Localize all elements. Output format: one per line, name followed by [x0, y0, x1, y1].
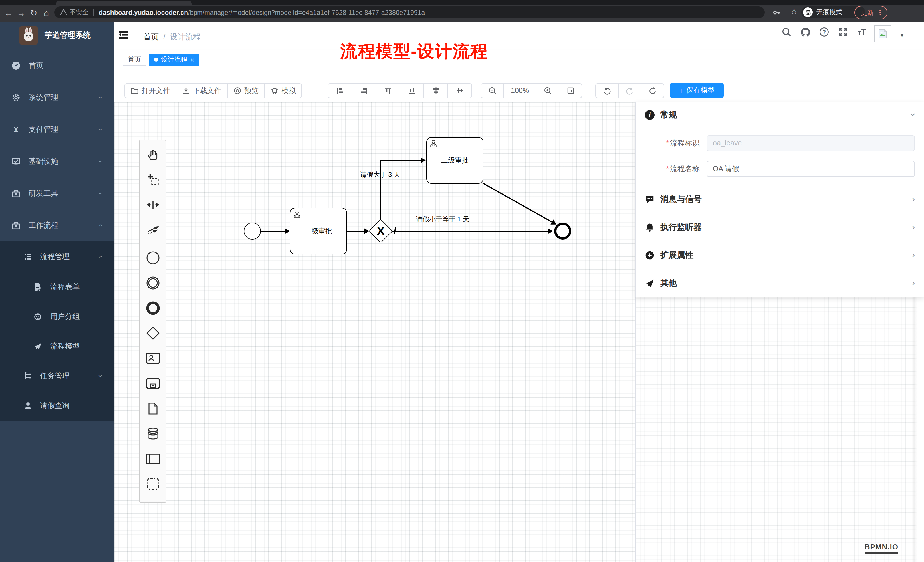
tag-design-active[interactable]: 设计流程 × — [149, 54, 200, 66]
search-icon[interactable] — [780, 27, 793, 39]
user-task-level1[interactable]: 一级审批 — [290, 208, 347, 255]
zoom-in-button[interactable] — [537, 84, 559, 97]
lasso-tool[interactable] — [140, 167, 165, 192]
create-end-event[interactable] — [140, 295, 165, 321]
user-task-level2[interactable]: 二级审批 — [426, 137, 483, 184]
create-group[interactable] — [140, 471, 165, 496]
sidebar-item-leave-query[interactable]: 请假查询 — [0, 391, 114, 421]
back-icon[interactable]: ← — [2, 4, 15, 22]
section-execution-listener[interactable]: 执行监听器 › — [636, 213, 924, 241]
save-model-button[interactable]: + 保存模型 — [670, 83, 724, 98]
restart-button[interactable] — [642, 84, 664, 97]
redo-button[interactable] — [619, 84, 642, 97]
hand-tool[interactable] — [140, 142, 165, 167]
align-bottom-icon[interactable] — [400, 84, 424, 97]
tags-view-bar — [114, 50, 924, 70]
create-subprocess[interactable] — [140, 371, 165, 396]
bookmark-star-icon[interactable]: ☆ — [790, 7, 798, 16]
process-name-input[interactable] — [706, 161, 915, 177]
flow-gateway-to-task2[interactable] — [380, 160, 421, 161]
properties-panel: i 常规 › *流程标识 *流程名称 消息与信号 › 执行监听器 — [635, 102, 924, 297]
preview-button[interactable]: 预览 — [228, 84, 265, 97]
update-label[interactable]: 更新 — [861, 8, 874, 17]
active-dot-icon — [154, 58, 158, 61]
chrome-update-button[interactable]: 更新 — [854, 6, 888, 19]
breadcrumb-home[interactable]: 首页 — [143, 33, 159, 41]
chevron-down-icon[interactable]: › — [908, 113, 919, 116]
address-bar[interactable]: 不安全 dashboard.yudao.iocoder.cn/bpm/manag… — [54, 6, 765, 18]
avatar[interactable] — [874, 25, 891, 42]
file-button-group: 打开文件 下载文件 预览 模拟 — [124, 83, 302, 98]
align-button-group — [328, 83, 472, 98]
flow-task1-to-gateway[interactable] — [347, 231, 364, 231]
zoom-fit-button[interactable] — [559, 84, 582, 97]
align-left-icon[interactable] — [328, 84, 352, 97]
sidebar-item-process-mgmt[interactable]: 流程管理 › — [0, 241, 114, 272]
kebab-menu-icon[interactable] — [880, 9, 881, 16]
open-file-button[interactable]: 打开文件 — [125, 84, 176, 97]
sidebar-item-process-form[interactable]: 流程表单 — [0, 272, 114, 302]
general-form: *流程标识 *流程名称 — [636, 128, 924, 186]
global-connect-tool[interactable] — [140, 217, 165, 243]
section-other[interactable]: 其他 › — [636, 269, 924, 297]
undo-button[interactable] — [596, 84, 619, 97]
forward-icon[interactable]: → — [15, 4, 27, 22]
flow-gateway-up-segment[interactable] — [380, 161, 381, 223]
folder-icon — [131, 87, 139, 95]
align-right-icon[interactable] — [352, 84, 376, 97]
redo-icon — [626, 87, 634, 95]
create-data-store[interactable] — [140, 421, 165, 446]
caret-down-icon[interactable]: ▾ — [901, 32, 903, 38]
chevron-down-icon: › — [98, 96, 103, 99]
download-file-button[interactable]: 下载文件 — [176, 84, 228, 97]
flow-gateway-to-end[interactable] — [389, 231, 548, 231]
sidebar-fold-icon[interactable] — [118, 30, 128, 40]
create-data-object[interactable] — [140, 396, 165, 421]
flow-start-to-task1[interactable] — [261, 231, 285, 231]
create-gateway[interactable] — [140, 321, 165, 346]
create-start-event[interactable] — [140, 245, 165, 270]
sidebar-item-workflow[interactable]: 工作流程 › — [0, 210, 114, 241]
simulate-button[interactable]: 模拟 — [265, 84, 302, 97]
sidebar-item-system[interactable]: 系统管理 › — [0, 82, 114, 114]
start-event[interactable] — [244, 223, 261, 240]
app-root: ← → ↻ ⌂ 不安全 dashboard.yudao.iocoder.cn/b… — [0, 0, 924, 562]
section-general[interactable]: i 常规 › — [636, 102, 924, 128]
process-key-input[interactable] — [706, 135, 915, 151]
sidebar-item-user-group[interactable]: 用户分组 — [0, 302, 114, 331]
fullscreen-icon[interactable] — [837, 27, 849, 39]
flow-label-le1[interactable]: 请假小于等于 1 天 — [416, 215, 470, 224]
user-icon — [429, 139, 438, 148]
reload-icon[interactable]: ↻ — [27, 4, 40, 22]
browser-tab[interactable] — [56, 1, 192, 4]
align-center-v-icon[interactable] — [448, 84, 471, 97]
create-participant[interactable] — [140, 446, 165, 471]
close-icon[interactable]: × — [190, 56, 194, 63]
font-size-icon[interactable]: TT — [855, 27, 868, 39]
required-asterisk: * — [666, 164, 669, 173]
svg-text:?: ? — [822, 29, 826, 35]
sidebar-item-devtools[interactable]: 研发工具 › — [0, 177, 114, 210]
sidebar-item-home[interactable]: 首页 — [0, 49, 114, 82]
create-user-task[interactable] — [140, 346, 165, 371]
github-icon[interactable] — [799, 27, 812, 39]
flow-label-gt3[interactable]: 请假大于 3 天 — [360, 171, 400, 179]
align-top-icon[interactable] — [376, 84, 400, 97]
sidebar-item-process-model[interactable]: 流程模型 — [0, 331, 114, 361]
tag-home[interactable]: 首页 — [123, 54, 146, 66]
create-intermediate-event[interactable] — [140, 270, 165, 295]
sidebar-item-payment[interactable]: ¥ 支付管理 › — [0, 114, 114, 145]
end-event[interactable] — [554, 223, 571, 240]
space-tool[interactable] — [140, 192, 165, 217]
bpmn-io-watermark[interactable]: BPMN.iO — [865, 543, 898, 554]
sidebar-item-task-mgmt[interactable]: 任务管理 › — [0, 361, 114, 391]
sidebar-item-infra[interactable]: 基础设施 › — [0, 145, 114, 177]
home-icon[interactable]: ⌂ — [40, 4, 52, 22]
section-extended-attributes[interactable]: 扩展属性 › — [636, 241, 924, 269]
plus-icon: + — [679, 86, 684, 95]
zoom-out-button[interactable] — [481, 84, 504, 97]
key-icon[interactable] — [773, 9, 781, 16]
help-icon[interactable]: ? — [818, 27, 830, 39]
align-center-h-icon[interactable] — [424, 84, 448, 97]
section-message-signal[interactable]: 消息与信号 › — [636, 186, 924, 213]
